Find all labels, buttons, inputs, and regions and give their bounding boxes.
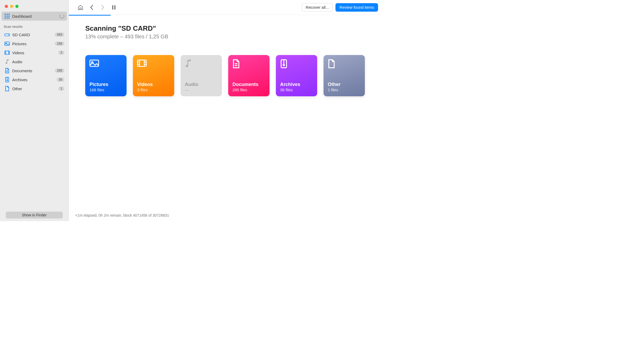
svg-point-10 [8, 35, 9, 35]
svg-rect-1 [7, 14, 8, 15]
count-badge: 3 [58, 51, 64, 55]
svg-rect-11 [5, 42, 10, 45]
show-in-finder-button[interactable]: Show in Finder [6, 212, 63, 219]
sidebar-item-audio[interactable]: Audio [2, 57, 67, 66]
archive-icon [4, 77, 10, 83]
scan-progress-indicator [69, 15, 111, 16]
card-documents[interactable]: Documents 285 files [228, 55, 270, 96]
card-title: Other [328, 82, 361, 87]
sidebar-item-other[interactable]: Other 1 [2, 84, 67, 93]
other-file-icon [328, 59, 361, 70]
back-button[interactable] [87, 3, 96, 12]
close-window-button[interactable] [5, 5, 8, 8]
video-icon [4, 50, 10, 56]
sidebar-item-sdcard[interactable]: SD CARD 493 [2, 30, 67, 39]
zoom-window-button[interactable] [15, 5, 19, 8]
drive-icon [4, 32, 10, 38]
card-count: 168 files [89, 88, 122, 92]
recover-all-button[interactable]: Recover all... [302, 3, 333, 12]
svg-rect-29 [138, 60, 146, 66]
page-subtitle: 13% complete – 493 files / 1,25 GB [85, 34, 365, 40]
card-archives[interactable]: Archives 36 files [276, 55, 317, 96]
card-title: Videos [137, 82, 170, 87]
forward-button[interactable] [98, 3, 107, 12]
card-count: 1 files [328, 88, 361, 92]
document-icon [4, 68, 10, 74]
svg-rect-5 [8, 16, 10, 17]
video-icon [137, 59, 170, 70]
other-file-icon [4, 86, 10, 92]
sidebar-item-pictures[interactable]: Pictures 168 [2, 39, 67, 48]
sidebar-item-label: SD CARD [12, 33, 55, 37]
review-found-items-button[interactable]: Review found items [335, 3, 378, 12]
pause-button[interactable] [110, 3, 118, 12]
sidebar-item-label: Documents [12, 69, 55, 73]
card-count: 285 files [232, 88, 265, 92]
card-other[interactable]: Other 1 files [324, 55, 365, 96]
scan-status-line: <1m elapsed, 0h 2m remain, block 4071456… [75, 213, 169, 217]
sidebar-item-videos[interactable]: Videos 3 [2, 48, 67, 57]
card-count: 36 files [280, 88, 313, 92]
svg-point-40 [283, 65, 284, 66]
card-title: Audio [185, 82, 218, 87]
card-count: 3 files [137, 88, 170, 92]
card-pictures[interactable]: Pictures 168 files [85, 55, 127, 96]
count-badge: 168 [55, 42, 64, 46]
count-badge: 493 [55, 33, 64, 37]
archive-icon [280, 59, 313, 70]
grid-icon [4, 13, 10, 19]
sidebar-item-documents[interactable]: Documents 285 [2, 66, 67, 75]
count-badge: 36 [57, 78, 64, 82]
svg-rect-0 [5, 14, 6, 15]
card-videos[interactable]: Videos 3 files [133, 55, 174, 96]
count-badge: 1 [58, 87, 64, 91]
home-button[interactable] [76, 3, 85, 12]
picture-icon [4, 41, 10, 47]
picture-icon [89, 59, 122, 70]
music-note-icon [185, 59, 218, 70]
svg-rect-6 [5, 17, 6, 19]
card-title: Pictures [89, 82, 122, 87]
sidebar: Dashboard Scan results SD CARD 493 Pictu… [0, 0, 69, 221]
svg-rect-26 [114, 5, 115, 10]
svg-rect-13 [5, 51, 10, 54]
svg-rect-2 [8, 14, 10, 15]
sidebar-section-header: Scan results [0, 21, 69, 30]
svg-rect-4 [7, 16, 8, 17]
sidebar-item-label: Audio [12, 60, 64, 64]
sidebar-item-archives[interactable]: Archives 36 [2, 75, 67, 84]
card-title: Documents [232, 82, 265, 87]
minimize-window-button[interactable] [10, 5, 13, 8]
window-controls [0, 0, 69, 12]
sidebar-item-label: Other [12, 87, 58, 91]
svg-point-24 [7, 80, 8, 81]
card-title: Archives [280, 82, 313, 87]
spinner-icon [60, 14, 64, 19]
sidebar-item-label: Pictures [12, 42, 55, 46]
count-badge: 285 [55, 69, 64, 73]
card-count: — [185, 88, 218, 92]
svg-rect-7 [7, 17, 8, 19]
card-audio[interactable]: Audio — [181, 55, 222, 96]
document-icon [232, 59, 265, 70]
main-panel: Recover all... Review found items Scanni… [69, 0, 381, 221]
sidebar-item-dashboard[interactable]: Dashboard [2, 12, 67, 21]
sidebar-item-label: Archives [12, 78, 57, 82]
category-cards: Pictures 168 files Videos 3 files Audio … [85, 55, 365, 96]
svg-rect-8 [8, 17, 10, 19]
svg-rect-27 [90, 60, 99, 66]
sidebar-item-label: Videos [12, 51, 58, 55]
sidebar-item-label: Dashboard [12, 14, 60, 19]
svg-rect-3 [5, 16, 6, 17]
music-note-icon [4, 59, 10, 65]
page-title: Scanning "SD CARD" [85, 24, 365, 33]
toolbar: Recover all... Review found items [69, 0, 381, 15]
svg-rect-25 [112, 5, 113, 10]
